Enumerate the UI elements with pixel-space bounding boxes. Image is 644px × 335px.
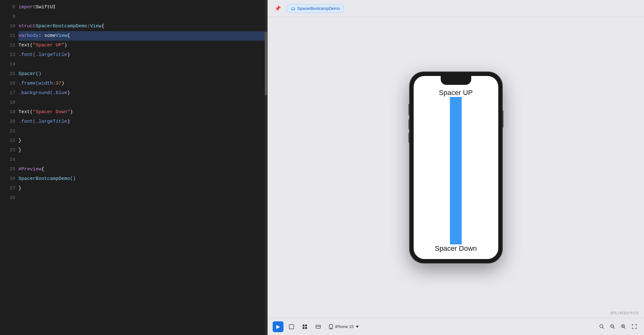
code-line: Text("Spacer Down") bbox=[18, 107, 267, 117]
svg-rect-0 bbox=[289, 325, 294, 329]
code-token: import bbox=[18, 3, 36, 12]
spacer-down-label: Spacer Down bbox=[435, 244, 477, 253]
iphone-screen-content: Spacer UP Spacer Down bbox=[414, 85, 498, 259]
watermark: @码上精进技术社区 bbox=[610, 311, 639, 315]
code-line bbox=[18, 126, 267, 136]
line-number: 20 bbox=[3, 117, 15, 126]
code-token: { bbox=[41, 165, 44, 174]
preview-bottom-toolbar: ▶ bbox=[268, 318, 644, 335]
code-token: "Spacer Down" bbox=[33, 107, 70, 117]
code-token: Spacer() bbox=[18, 69, 41, 79]
line-number: 23 bbox=[3, 146, 15, 155]
layout-button[interactable] bbox=[313, 321, 324, 332]
code-line: .background(.blue) bbox=[18, 88, 267, 98]
code-line: .font(.largeTitle) bbox=[18, 117, 267, 126]
iphone-dynamic-island bbox=[441, 76, 471, 85]
code-token: .frame(width: bbox=[18, 79, 56, 88]
blue-spacer-visual bbox=[450, 97, 462, 244]
code-token: #Preview bbox=[18, 165, 41, 174]
scrollbar-thumb[interactable] bbox=[265, 32, 267, 95]
code-token: SpacerBootcampDemo bbox=[36, 22, 87, 31]
line-numbers: 8910111213141516171819202122232425262728 bbox=[0, 0, 18, 335]
preview-content: Spacer UP Spacer Down @码上精进技术社区 bbox=[268, 17, 644, 318]
code-token: } bbox=[18, 136, 21, 146]
code-token: .font( bbox=[18, 117, 36, 126]
zoom-in-button[interactable] bbox=[619, 322, 628, 332]
line-number: 25 bbox=[3, 165, 15, 174]
line-number: 12 bbox=[3, 41, 15, 50]
code-token: Text( bbox=[18, 41, 33, 50]
code-token: body bbox=[27, 31, 38, 41]
code-token: .largeTitle bbox=[36, 117, 67, 126]
code-token: ) bbox=[70, 107, 73, 117]
code-token: ) bbox=[61, 79, 64, 88]
zoom-out-button[interactable] bbox=[608, 322, 617, 332]
zoom-search-button[interactable] bbox=[597, 322, 606, 332]
svg-rect-4 bbox=[305, 327, 307, 329]
code-line bbox=[18, 193, 267, 203]
svg-point-7 bbox=[331, 328, 331, 328]
demo-badge[interactable]: 🗂 SpacerBootcampDemo bbox=[287, 4, 344, 13]
chevron-down-icon bbox=[356, 326, 359, 328]
svg-line-12 bbox=[613, 327, 615, 329]
code-line: } bbox=[18, 136, 267, 146]
line-number: 18 bbox=[3, 98, 15, 107]
play-button[interactable]: ▶ bbox=[273, 321, 284, 332]
code-token: ) bbox=[67, 50, 70, 60]
svg-line-9 bbox=[603, 327, 604, 329]
code-line bbox=[18, 60, 267, 69]
device-name-label: iPhone 15 bbox=[335, 324, 354, 329]
code-line: .frame(width: 37) bbox=[18, 79, 267, 88]
device-selector[interactable]: iPhone 15 bbox=[326, 323, 361, 331]
line-number: 11 bbox=[3, 31, 15, 41]
iphone-volume-up-button bbox=[409, 119, 410, 129]
line-number: 14 bbox=[3, 60, 15, 69]
toolbar-right-controls bbox=[597, 322, 639, 332]
code-line: } bbox=[18, 146, 267, 155]
scrollbar[interactable] bbox=[265, 0, 267, 335]
code-line: } bbox=[18, 184, 267, 193]
code-token: SwiftUI bbox=[36, 3, 56, 12]
pin-button[interactable]: 📌 bbox=[273, 3, 283, 14]
line-number: 16 bbox=[3, 79, 15, 88]
line-number: 22 bbox=[3, 136, 15, 146]
code-token: 37 bbox=[56, 79, 61, 88]
grid-button[interactable] bbox=[299, 321, 310, 332]
code-token: } bbox=[18, 146, 21, 155]
svg-point-8 bbox=[600, 325, 603, 328]
code-token: var bbox=[18, 31, 27, 41]
code-token: : bbox=[87, 22, 90, 31]
code-line bbox=[18, 155, 267, 165]
code-token: .largeTitle bbox=[36, 50, 67, 60]
line-number: 28 bbox=[3, 193, 15, 203]
code-token: .font( bbox=[18, 50, 36, 60]
code-line bbox=[18, 98, 267, 107]
iphone-screen: Spacer UP Spacer Down bbox=[414, 76, 498, 259]
code-token: { bbox=[67, 31, 70, 41]
code-token: ) bbox=[67, 88, 70, 98]
svg-rect-3 bbox=[303, 327, 304, 329]
code-token: Text( bbox=[18, 107, 33, 117]
line-number: 27 bbox=[3, 184, 15, 193]
inspect-button[interactable] bbox=[286, 321, 297, 332]
code-line bbox=[18, 12, 267, 22]
spacer-up-label: Spacer UP bbox=[439, 89, 472, 97]
code-token: { bbox=[102, 22, 104, 31]
code-token: : some bbox=[38, 31, 56, 41]
toolbar-left-controls: ▶ bbox=[273, 321, 361, 332]
code-line: SpacerBootcampDemo() bbox=[18, 174, 267, 184]
code-token: "Spacer UP" bbox=[33, 41, 64, 50]
svg-rect-2 bbox=[305, 325, 307, 326]
code-token: View bbox=[90, 22, 102, 31]
code-lines: import SwiftUIstruct SpacerBootcampDemo:… bbox=[18, 0, 267, 335]
svg-line-16 bbox=[624, 327, 626, 329]
line-number: 17 bbox=[3, 88, 15, 98]
code-line: var body: some View { bbox=[18, 31, 267, 41]
iphone-volume-down-button bbox=[409, 133, 410, 143]
line-number: 19 bbox=[3, 107, 15, 117]
code-token: ) bbox=[67, 117, 70, 126]
demo-badge-label: SpacerBootcampDemo bbox=[297, 6, 340, 11]
code-token: View bbox=[56, 31, 67, 41]
zoom-fit-button[interactable] bbox=[629, 322, 639, 332]
line-number: 24 bbox=[3, 155, 15, 165]
